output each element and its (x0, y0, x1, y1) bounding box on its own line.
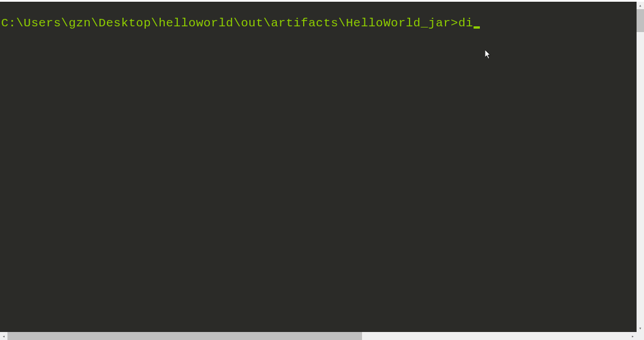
command-prompt: C:\Users\gzn\Desktop\helloworld\out\arti… (1, 17, 458, 30)
terminal-content-area[interactable]: C:\Users\gzn\Desktop\helloworld\out\arti… (0, 2, 637, 332)
horizontal-scroll-thumb[interactable] (7, 332, 362, 340)
scroll-left-arrow-icon[interactable]: ◂ (0, 332, 7, 340)
command-line: C:\Users\gzn\Desktop\helloworld\out\arti… (1, 17, 480, 30)
scroll-corner (637, 332, 644, 340)
vertical-scroll-thumb[interactable] (637, 9, 644, 32)
terminal-window[interactable]: C:\Users\gzn\Desktop\helloworld\out\arti… (0, 2, 637, 332)
text-cursor (474, 26, 480, 29)
scroll-up-arrow-icon[interactable]: ▴ (637, 2, 644, 9)
vertical-scrollbar[interactable]: ▴ ▾ (637, 2, 644, 332)
scroll-down-arrow-icon[interactable]: ▾ (637, 325, 644, 332)
horizontal-scrollbar[interactable]: ◂ ▸ (0, 332, 637, 340)
typed-command: di (458, 17, 473, 30)
mouse-pointer-icon (485, 50, 492, 60)
scroll-right-arrow-icon[interactable]: ▸ (629, 332, 637, 340)
